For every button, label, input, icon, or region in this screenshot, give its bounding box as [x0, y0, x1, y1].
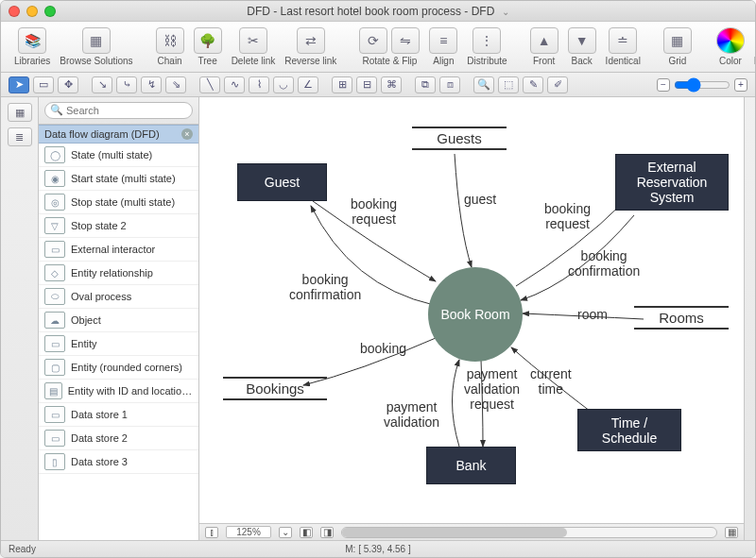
toolbar-label: Delete link — [232, 56, 276, 66]
tree-icon[interactable]: 🌳 — [194, 27, 222, 54]
external-ers[interactable]: External Reservation System — [615, 154, 729, 211]
magnifier-tool[interactable]: 🔍 — [473, 76, 494, 93]
books-icon[interactable]: 📚 — [18, 27, 46, 54]
vertical-scrollbar[interactable] — [744, 97, 755, 540]
angle-tool[interactable]: ∠ — [298, 76, 318, 93]
zoom-step-down[interactable]: ⌄ — [279, 527, 292, 538]
external-bank[interactable]: Bank — [426, 447, 516, 484]
align-icon[interactable]: ≡ — [429, 27, 457, 54]
node-tool-1[interactable]: ⊞ — [332, 76, 352, 93]
distribute-icon[interactable]: ⋮ — [472, 27, 501, 54]
external-time[interactable]: Time / Schedule — [577, 409, 681, 451]
library-item-label: Oval process — [71, 291, 131, 302]
library-item[interactable]: ◉Start state (multi state) — [39, 167, 198, 191]
library-item-label: Entity — [71, 338, 97, 349]
library-item-label: Stop state 2 — [71, 220, 127, 231]
library-item[interactable]: ▭Data store 2 — [39, 427, 198, 450]
flow-booking-confirmation-ers: booking confirmation — [568, 248, 640, 279]
library-item[interactable]: ▤Entity with ID and location (rou... — [39, 380, 198, 403]
shape-icon: ▽ — [44, 217, 65, 234]
toolbar-label: Chain — [158, 56, 182, 66]
node-tool-2[interactable]: ⊟ — [356, 76, 377, 93]
eyedropper-tool[interactable]: ✎ — [523, 76, 543, 93]
external-guest[interactable]: Guest — [237, 163, 327, 201]
horizontal-scrollbar[interactable] — [341, 527, 717, 538]
page-toggle-2[interactable]: ◨ — [320, 527, 334, 538]
diagram-canvas[interactable]: Guests Rooms Bookings Guest External Res… — [199, 97, 744, 523]
identical-icon[interactable]: ≐ — [609, 27, 637, 54]
chain-icon[interactable]: ⛓ — [156, 27, 184, 54]
group-tool-2[interactable]: ⧈ — [439, 76, 460, 93]
process-book-room[interactable]: Book Room — [428, 267, 523, 362]
flip-icon[interactable]: ⇋ — [391, 27, 420, 54]
rect-tool[interactable]: ▭ — [33, 76, 54, 93]
store-rooms[interactable]: Rooms — [644, 310, 719, 326]
library-category-header[interactable]: Data flow diagram (DFD) × — [39, 125, 198, 144]
titlebar: DFD - Last resort hotel book room proces… — [1, 1, 755, 22]
tool-ribbon: ➤ ▭ ✥ ↘ ⤷ ↯ ⇘ ╲ ∿ ⌇ ◡ ∠ ⊞ ⊟ ⌘ ⧉ ⧈ 🔍 ⬚ ✎ … — [1, 73, 755, 97]
flow-booking: booking — [360, 341, 406, 356]
zoom-slider[interactable] — [674, 77, 730, 93]
pan-tool[interactable]: ✥ — [58, 76, 78, 93]
connector-tool-3[interactable]: ↯ — [141, 76, 162, 93]
curve-tool[interactable]: ∿ — [224, 76, 245, 93]
line-tool[interactable]: ╲ — [199, 76, 220, 93]
library-item-label: Stop state (multi state) — [71, 196, 175, 208]
library-item[interactable]: ☁Object — [39, 309, 198, 332]
canvas-footer-bar: ⫿ 125% ⌄ ◧ ◨ ▦ — [199, 523, 744, 540]
connector-tool-1[interactable]: ↘ — [92, 76, 112, 93]
zoom-out-button[interactable]: − — [657, 78, 670, 92]
delete-link-icon[interactable]: ✂ — [239, 27, 267, 54]
page-toggle-1[interactable]: ◧ — [300, 527, 313, 538]
search-input[interactable] — [44, 102, 193, 119]
library-item[interactable]: ◎Stop state (multi state) — [39, 191, 198, 214]
flow-booking-confirmation-guest: booking confirmation — [289, 272, 361, 302]
crop-tool[interactable]: ⬚ — [498, 76, 519, 93]
library-item[interactable]: ▭External interactor — [39, 238, 198, 262]
tab-shapes[interactable]: ▦ — [8, 103, 32, 122]
library-item[interactable]: ▯Data store 3 — [39, 450, 198, 474]
front-icon[interactable]: ▲ — [530, 27, 558, 54]
close-category-icon[interactable]: × — [181, 128, 193, 140]
library-item[interactable]: ◯State (multi state) — [39, 144, 198, 167]
shape-icon: ▭ — [44, 430, 65, 447]
library-item-label: Entity (rounded corners) — [71, 362, 182, 373]
reverse-link-icon[interactable]: ⇄ — [297, 27, 325, 54]
flow-room: room — [577, 307, 608, 322]
arc-tool[interactable]: ◡ — [273, 76, 294, 93]
store-guests[interactable]: Guests — [421, 130, 497, 146]
flow-payment-validation-request: payment validation request — [464, 366, 520, 412]
flow-booking-request-ers: booking request — [544, 201, 591, 231]
rotate-icon[interactable]: ⟳ — [359, 27, 387, 54]
pointer-tool[interactable]: ➤ — [9, 76, 29, 93]
group-tool-1[interactable]: ⧉ — [415, 76, 436, 93]
store-bookings[interactable]: Bookings — [232, 380, 318, 397]
polyline-tool[interactable]: ⌇ — [249, 76, 269, 93]
zoom-value[interactable]: 125% — [226, 526, 271, 538]
page-nav-icon[interactable]: ⫿ — [205, 527, 218, 538]
toolbar-group-front: ▲Front — [526, 27, 562, 66]
grid-apps-icon[interactable]: ▦ — [82, 27, 111, 54]
library-item[interactable]: ▭Entity — [39, 332, 198, 356]
library-item[interactable]: ⬭Oval process — [39, 285, 198, 309]
connector-tool-2[interactable]: ⤷ — [116, 76, 137, 93]
shape-icon: ☁ — [44, 312, 65, 329]
connector-tool-4[interactable]: ⇘ — [165, 76, 186, 93]
library-item[interactable]: ◇Entity relationship — [39, 262, 198, 285]
toolbar-label: Back — [571, 56, 592, 66]
library-item-label: External interactor — [71, 244, 155, 255]
library-item[interactable]: ▽Stop state 2 — [39, 214, 198, 238]
flow-current-time: current time — [530, 366, 572, 397]
text-tool[interactable]: ✐ — [547, 76, 568, 93]
node-tool-3[interactable]: ⌘ — [381, 76, 402, 93]
toolbar-group-inspectors: iInspectors — [750, 27, 756, 66]
tab-layers[interactable]: ≣ — [8, 127, 32, 146]
chevron-down-icon[interactable]: ⌄ — [502, 7, 509, 17]
zoom-in-button[interactable]: + — [734, 78, 747, 92]
ruler-toggle[interactable]: ▦ — [725, 527, 738, 538]
back-icon[interactable]: ▼ — [568, 27, 596, 54]
color-icon[interactable] — [716, 27, 745, 54]
library-item[interactable]: ▢Entity (rounded corners) — [39, 356, 198, 380]
library-item[interactable]: ▭Data store 1 — [39, 403, 198, 427]
grid-icon[interactable]: ▦ — [663, 27, 692, 54]
